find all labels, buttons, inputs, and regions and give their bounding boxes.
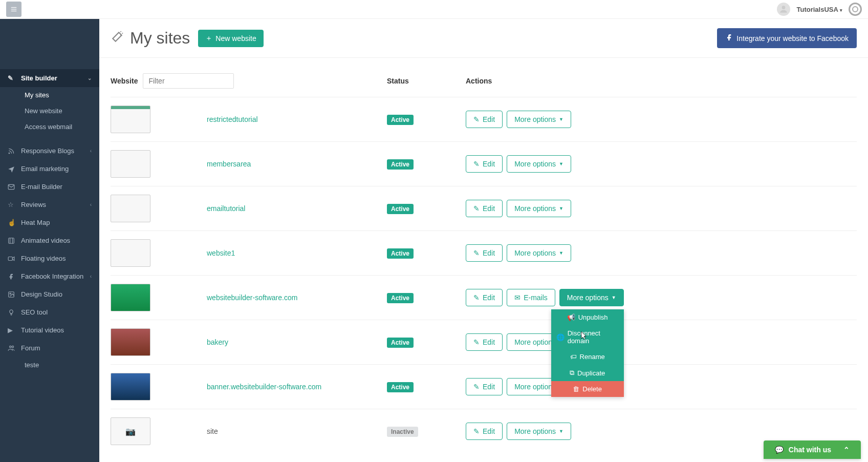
site-thumbnail[interactable]: 📷: [111, 417, 150, 445]
chat-widget[interactable]: 💬 Chat with us ⌃: [764, 440, 861, 459]
plane-icon: [8, 165, 16, 173]
facebook-integrate-button[interactable]: Integrate your website to Facebook: [717, 28, 857, 48]
col-actions: Actions: [466, 77, 857, 85]
globe-icon: 🌐: [556, 333, 565, 341]
edit-button[interactable]: ✎ Edit: [466, 378, 503, 395]
emails-button[interactable]: ✉ E-mails: [507, 289, 555, 306]
avatar[interactable]: [777, 3, 790, 16]
edit-icon: ✎: [473, 249, 480, 257]
site-thumbnail[interactable]: [111, 195, 150, 222]
edit-icon: ✎: [473, 204, 480, 213]
new-website-button[interactable]: ＋ New website: [198, 30, 263, 47]
sidebar-reviews[interactable]: ☆ Reviews ‹: [0, 196, 99, 214]
edit-button[interactable]: ✎ Edit: [466, 423, 503, 440]
caret-down-icon: ▾: [840, 8, 842, 13]
sidebar-email-builder[interactable]: E-mail Builder: [0, 178, 99, 196]
site-link[interactable]: emailtutorial: [207, 204, 245, 213]
caret-down-icon: ▼: [559, 206, 563, 211]
site-link[interactable]: membersarea: [207, 160, 251, 168]
edit-icon: ✎: [473, 293, 480, 302]
user-menu[interactable]: TutorialsUSA ▾: [796, 6, 842, 13]
col-status: Status: [387, 77, 466, 85]
users-icon: [8, 345, 16, 352]
menu-toggle[interactable]: [6, 2, 21, 17]
sidebar-animated-videos[interactable]: Animated videos: [0, 232, 99, 249]
image-icon: [8, 291, 16, 298]
more-options-dropdown: 📢Unpublish 🌐Disconnect domain 🏷Rename ⧉D…: [551, 309, 624, 397]
site-row: banner.websitebuilder-software.com Activ…: [111, 364, 857, 409]
site-link[interactable]: websitebuilder-software.com: [207, 293, 297, 302]
site-link[interactable]: bakery: [207, 338, 228, 346]
help-icon[interactable]: [849, 3, 862, 16]
sidebar-site-builder[interactable]: ✎ Site builder ⌄: [0, 69, 99, 87]
svg-point-11: [10, 293, 11, 294]
site-row: emailtutorial Active ✎ Edit More options…: [111, 186, 857, 230]
envelope-icon: [8, 183, 16, 191]
site-thumbnail[interactable]: [111, 239, 150, 267]
status-badge: Active: [387, 159, 414, 170]
filter-input[interactable]: [143, 73, 234, 89]
pencil-icon: ✎: [8, 74, 16, 82]
topbar-right: TutorialsUSA ▾: [777, 3, 862, 16]
edit-button[interactable]: ✎ Edit: [466, 333, 503, 351]
more-options-button[interactable]: More options ▼: [507, 244, 571, 262]
envelope-icon: ✉: [514, 293, 520, 302]
more-options-button-open[interactable]: More options ▼: [559, 289, 624, 306]
more-options-button[interactable]: More options ▼: [507, 200, 571, 217]
edit-button[interactable]: ✎ Edit: [466, 289, 503, 306]
rename-option[interactable]: 🏷Rename: [551, 349, 624, 365]
table-header: Website Status Actions: [111, 69, 857, 97]
edit-button[interactable]: ✎ Edit: [466, 244, 503, 262]
edit-button[interactable]: ✎ Edit: [466, 155, 503, 173]
sidebar-my-sites[interactable]: My sites: [0, 87, 99, 103]
site-thumbnail[interactable]: [111, 150, 150, 178]
camera-icon: 📷: [125, 427, 136, 436]
edit-button[interactable]: ✎ Edit: [466, 111, 503, 128]
svg-rect-9: [8, 257, 12, 260]
caret-down-icon: ▼: [559, 250, 563, 256]
site-thumbnail[interactable]: [111, 106, 150, 133]
sidebar-new-website[interactable]: New website: [0, 103, 99, 119]
caret-down-icon: ▼: [559, 429, 563, 434]
disconnect-domain-option[interactable]: 🌐Disconnect domain: [551, 325, 624, 349]
edit-icon: ✎: [473, 338, 480, 346]
sidebar-design-studio[interactable]: Design Studio: [0, 285, 99, 303]
sidebar-floating-videos[interactable]: Floating videos: [0, 249, 99, 267]
delete-option[interactable]: 🗑Delete: [551, 381, 624, 397]
sidebar-forum[interactable]: Forum: [0, 339, 99, 357]
unpublish-option[interactable]: 📢Unpublish: [551, 309, 624, 325]
sidebar-access-webmail[interactable]: Access webmail: [0, 119, 99, 135]
sidebar-fb-integration[interactable]: Facebook Integration ‹: [0, 267, 99, 285]
trash-icon: 🗑: [573, 385, 579, 393]
more-options-button[interactable]: More options ▼: [507, 111, 571, 128]
play-icon: ▶: [8, 326, 16, 334]
sidebar-tutorial-videos[interactable]: ▶ Tutorial videos: [0, 321, 99, 339]
chat-icon: 💬: [775, 446, 784, 454]
facebook-icon: [725, 33, 733, 43]
sidebar-seo-tool[interactable]: SEO tool: [0, 303, 99, 321]
plus-icon: ＋: [205, 34, 212, 43]
film-icon: [8, 237, 16, 244]
topbar: TutorialsUSA ▾: [0, 0, 868, 19]
sidebar-heat-map[interactable]: ☝ Heat Map: [0, 214, 99, 232]
edit-button[interactable]: ✎ Edit: [466, 200, 503, 217]
site-thumbnail[interactable]: [111, 284, 150, 311]
status-badge: Active: [387, 115, 414, 125]
svg-rect-6: [9, 238, 14, 243]
page-header: My sites ＋ New website Integrate your we…: [99, 19, 868, 58]
more-options-button[interactable]: More options ▼: [507, 423, 571, 440]
sidebar-teste[interactable]: teste: [0, 357, 99, 373]
site-link[interactable]: banner.websitebuilder-software.com: [207, 383, 321, 391]
more-options-button[interactable]: More options ▼: [507, 155, 571, 173]
sidebar-responsive-blogs[interactable]: Responsive Blogs ‹: [0, 142, 99, 160]
site-link[interactable]: restrictedtutorial: [207, 115, 258, 123]
edit-icon: ✎: [473, 115, 480, 123]
duplicate-option[interactable]: ⧉Duplicate: [551, 365, 624, 381]
chevron-down-icon: ⌄: [88, 75, 92, 81]
site-thumbnail[interactable]: [111, 373, 150, 401]
site-link[interactable]: website1: [207, 249, 235, 257]
site-thumbnail[interactable]: [111, 328, 150, 356]
rss-icon: [8, 148, 16, 155]
sidebar-email-marketing[interactable]: Email marketing: [0, 160, 99, 178]
svg-point-4: [9, 153, 10, 154]
